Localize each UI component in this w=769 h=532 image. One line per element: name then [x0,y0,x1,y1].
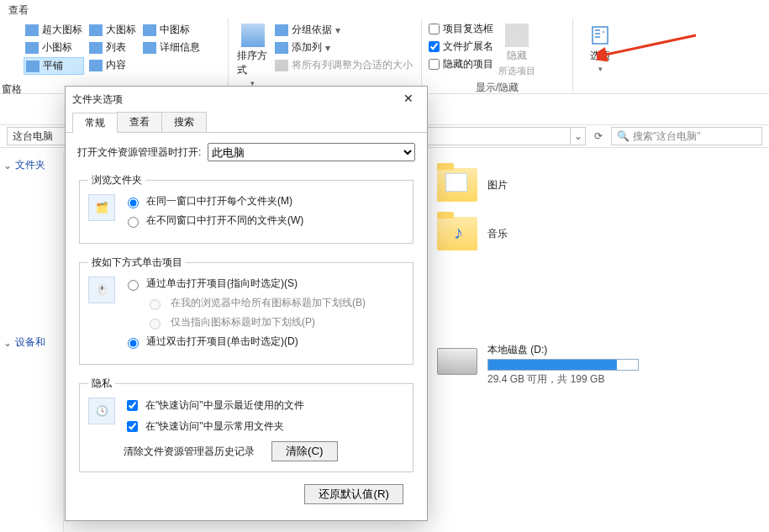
layout-m-icons[interactable]: 中图标 [141,22,202,38]
radio-double-click[interactable] [128,338,139,349]
chk-file-ext[interactable]: 文件扩展名 [429,40,493,54]
privacy-legend: 隐私 [88,377,115,391]
layout-l-icons[interactable]: 大图标 [87,22,138,38]
music-icon: ♪ [454,222,463,244]
svg-point-1 [603,31,604,33]
hide-selected-button: 隐藏 所选项目 [497,22,537,79]
layout-details[interactable]: 详细信息 [141,40,202,55]
drive-icon [437,348,477,375]
chk-frequent-folders[interactable] [127,421,138,432]
radio-own-window[interactable] [128,217,139,228]
nav-tree: ⌄文件夹 ⌄设备和 [0,151,64,532]
folder-icon: ♪ [437,217,477,250]
svg-rect-0 [593,27,608,44]
dialog-title: 文件夹选项 [72,92,397,107]
privacy-group: 隐私 🕓 在"快速访问"中显示最近使用的文件 在"快速访问"中显示常用文件夹 清… [79,377,413,472]
privacy-icon: 🕓 [88,398,115,424]
options-icon [588,24,612,47]
search-placeholder: 搜索"这台电脑" [633,129,701,144]
search-icon: 🔍 [617,130,629,142]
radio-underline-point [150,319,161,329]
showhide-group-label: 显示/隐藏 [429,81,566,95]
search-input[interactable]: 🔍 搜索"这台电脑" [611,127,762,145]
sort-by-button[interactable]: 排序方式 ▾ [235,22,270,92]
content-area: 图片 ♪ 音乐 本地磁盘 (D:) 29.4 GB 可用，共 199 GB [437,168,769,532]
breadcrumb-node: 这台电脑 [13,129,53,144]
clear-history-label: 清除文件资源管理器历史记录 [124,445,255,459]
tab-view[interactable]: 查看 [117,112,162,132]
tree-devices[interactable]: ⌄设备和 [3,334,60,351]
ribbon-group-showhide: 项目复选框 文件扩展名 隐藏的项目 隐藏 所选项目 显示/隐藏 [422,18,573,93]
chk-recent-files[interactable] [127,400,138,411]
tree-folders[interactable]: ⌄文件夹 [3,156,60,174]
ribbon-group-pane-label: 窗格 [0,82,22,97]
open-to-label: 打开文件资源管理器时打开: [77,145,201,160]
clear-button[interactable]: 清除(C) [271,441,338,461]
chk-hidden-items[interactable]: 隐藏的项目 [429,57,493,71]
layout-s-icons[interactable]: 小图标 [24,40,84,55]
open-to-select[interactable]: 此电脑 [208,143,415,161]
ribbon-group-options: 选项 ▾ [573,18,627,93]
drive-usage-bar [487,359,639,371]
dialog-titlebar[interactable]: 文件夹选项 ✕ [66,87,427,112]
ribbon-group-sort: 排序方式 ▾ 分组依据 ▾ 添加列 ▾ 将所有列调整为合适的大小 [229,18,422,93]
layout-list[interactable]: 列表 [87,40,138,55]
folder-pictures[interactable]: 图片 [437,168,769,202]
drive-label: 本地磁盘 (D:) [487,343,656,357]
layout-xl-icons[interactable]: 超大图标 [24,22,84,38]
click-icon: 🖱️ [88,277,115,303]
click-legend: 按如下方式单击项目 [88,255,186,270]
group-by-button[interactable]: 分组依据 ▾ [273,22,414,38]
chk-item-checkboxes[interactable]: 项目复选框 [429,22,493,36]
restore-defaults-button[interactable]: 还原默认值(R) [304,484,403,504]
radio-same-window[interactable] [128,198,139,208]
dialog-tabs: 常规 查看 搜索 [66,112,427,133]
refresh-icon[interactable]: ⟳ [591,130,606,142]
folder-options-dialog: 文件夹选项 ✕ 常规 查看 搜索 打开文件资源管理器时打开: 此电脑 浏览文件夹… [65,86,428,521]
ribbon: 窗格 超大图标 小图标 平铺 大图标 列表 内容 中图标 详细信息 x [0,18,769,94]
folder-music[interactable]: ♪ 音乐 [437,217,769,250]
layout-tiles[interactable]: 平铺 [24,57,84,75]
click-items-group: 按如下方式单击项目 🖱️ 通过单击打开项目(指向时选定)(S) 在我的浏览器中给… [79,255,413,365]
close-button[interactable]: ✕ [397,90,420,108]
drive-d[interactable]: 本地磁盘 (D:) 29.4 GB 可用，共 199 GB [437,343,769,387]
browse-icon: 🗂️ [88,194,115,221]
browse-folders-group: 浏览文件夹 🗂️ 在同一窗口中打开每个文件夹(M) 在不同窗口中打开不同的文件夹… [79,173,413,244]
add-columns-button[interactable]: 添加列 ▾ [273,40,414,55]
ribbon-group-layout: 超大图标 小图标 平铺 大图标 列表 内容 中图标 详细信息 x [17,18,229,93]
browse-legend: 浏览文件夹 [88,173,145,187]
layout-content[interactable]: 内容 [87,57,138,73]
breadcrumb-dropdown[interactable]: ⌄ [570,128,585,145]
options-button[interactable]: 选项 ▾ [580,22,620,75]
tab-search[interactable]: 搜索 [161,112,207,132]
radio-underline-browser [150,299,161,310]
drive-detail: 29.4 GB 可用，共 199 GB [487,372,656,387]
radio-single-click[interactable] [128,280,139,291]
tab-general[interactable]: 常规 [72,113,118,133]
folder-icon [437,168,477,202]
size-columns-button: 将所有列调整为合适的大小 [273,57,414,73]
